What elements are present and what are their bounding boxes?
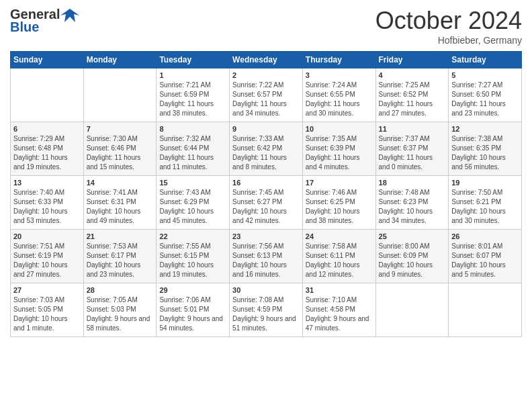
- logo: General Blue: [10, 7, 80, 35]
- day-number: 25: [379, 232, 446, 240]
- day-cell: 2Sunrise: 7:22 AM Sunset: 6:57 PM Daylig…: [230, 68, 303, 122]
- day-info: Sunrise: 7:58 AM Sunset: 6:11 PM Dayligh…: [306, 242, 373, 279]
- day-number: 13: [13, 179, 81, 187]
- day-cell: 28Sunrise: 7:05 AM Sunset: 5:03 PM Dayli…: [83, 283, 157, 337]
- day-info: Sunrise: 7:35 AM Sunset: 6:39 PM Dayligh…: [306, 134, 373, 172]
- day-number: 19: [451, 179, 519, 187]
- weekday-header-wednesday: Wednesday: [230, 52, 303, 68]
- day-cell: 19Sunrise: 7:50 AM Sunset: 6:21 PM Dayli…: [449, 176, 522, 230]
- day-number: 2: [232, 71, 300, 79]
- day-number: 16: [232, 179, 300, 187]
- day-cell: 10Sunrise: 7:35 AM Sunset: 6:39 PM Dayli…: [302, 122, 375, 176]
- day-number: 8: [159, 125, 226, 133]
- day-number: 30: [232, 286, 300, 294]
- week-row-2: 6Sunrise: 7:29 AM Sunset: 6:48 PM Daylig…: [11, 122, 522, 176]
- day-number: 9: [232, 125, 300, 133]
- day-cell: 29Sunrise: 7:06 AM Sunset: 5:01 PM Dayli…: [157, 283, 230, 337]
- day-info: Sunrise: 7:55 AM Sunset: 6:15 PM Dayligh…: [159, 242, 226, 279]
- weekday-header-thursday: Thursday: [302, 52, 375, 68]
- day-cell: 4Sunrise: 7:25 AM Sunset: 6:52 PM Daylig…: [375, 68, 449, 122]
- day-cell: 25Sunrise: 8:00 AM Sunset: 6:09 PM Dayli…: [375, 230, 449, 283]
- day-number: 5: [451, 71, 519, 79]
- day-info: Sunrise: 7:06 AM Sunset: 5:01 PM Dayligh…: [159, 295, 226, 333]
- day-cell: 22Sunrise: 7:55 AM Sunset: 6:15 PM Dayli…: [157, 230, 230, 283]
- day-number: 14: [87, 179, 154, 187]
- day-number: 22: [159, 232, 226, 240]
- day-cell: 26Sunrise: 8:01 AM Sunset: 6:07 PM Dayli…: [449, 230, 522, 283]
- day-cell: 20Sunrise: 7:51 AM Sunset: 6:19 PM Dayli…: [11, 230, 84, 283]
- day-number: 23: [232, 232, 300, 240]
- day-number: 31: [306, 286, 373, 294]
- logo-text: General Blue: [10, 7, 80, 35]
- day-cell: 9Sunrise: 7:33 AM Sunset: 6:42 PM Daylig…: [230, 122, 303, 176]
- day-info: Sunrise: 7:27 AM Sunset: 6:50 PM Dayligh…: [451, 81, 519, 118]
- day-info: Sunrise: 7:08 AM Sunset: 4:59 PM Dayligh…: [232, 295, 300, 333]
- day-info: Sunrise: 7:53 AM Sunset: 6:17 PM Dayligh…: [87, 242, 154, 279]
- day-cell: [375, 283, 449, 337]
- day-cell: 30Sunrise: 7:08 AM Sunset: 4:59 PM Dayli…: [230, 283, 303, 337]
- week-row-3: 13Sunrise: 7:40 AM Sunset: 6:33 PM Dayli…: [11, 176, 522, 230]
- day-cell: [449, 283, 522, 337]
- day-info: Sunrise: 7:10 AM Sunset: 4:58 PM Dayligh…: [306, 295, 373, 333]
- day-info: Sunrise: 7:25 AM Sunset: 6:52 PM Dayligh…: [379, 81, 446, 118]
- day-number: 12: [451, 125, 519, 133]
- day-number: 6: [13, 125, 81, 133]
- day-info: Sunrise: 8:01 AM Sunset: 6:07 PM Dayligh…: [451, 242, 519, 279]
- day-info: Sunrise: 7:46 AM Sunset: 6:25 PM Dayligh…: [306, 188, 373, 226]
- day-number: 29: [159, 286, 226, 294]
- day-number: 15: [159, 179, 226, 187]
- day-cell: 8Sunrise: 7:32 AM Sunset: 6:44 PM Daylig…: [157, 122, 230, 176]
- day-info: Sunrise: 7:24 AM Sunset: 6:55 PM Dayligh…: [306, 81, 373, 118]
- logo-bird-icon: [60, 7, 79, 22]
- day-number: 18: [379, 179, 446, 187]
- day-number: 10: [306, 125, 373, 133]
- day-cell: 21Sunrise: 7:53 AM Sunset: 6:17 PM Dayli…: [83, 230, 157, 283]
- day-number: 27: [13, 286, 81, 294]
- day-info: Sunrise: 7:50 AM Sunset: 6:21 PM Dayligh…: [451, 188, 519, 226]
- day-info: Sunrise: 7:51 AM Sunset: 6:19 PM Dayligh…: [13, 242, 81, 279]
- day-info: Sunrise: 7:05 AM Sunset: 5:03 PM Dayligh…: [87, 295, 154, 333]
- day-info: Sunrise: 7:56 AM Sunset: 6:13 PM Dayligh…: [232, 242, 300, 279]
- week-row-1: 1Sunrise: 7:21 AM Sunset: 6:59 PM Daylig…: [11, 68, 522, 122]
- location-subtitle: Hofbieber, Germany: [375, 35, 522, 46]
- day-number: 11: [379, 125, 446, 133]
- day-cell: 17Sunrise: 7:46 AM Sunset: 6:25 PM Dayli…: [302, 176, 375, 230]
- day-number: 26: [451, 232, 519, 240]
- day-cell: 6Sunrise: 7:29 AM Sunset: 6:48 PM Daylig…: [11, 122, 84, 176]
- weekday-header-monday: Monday: [83, 52, 157, 68]
- day-cell: 13Sunrise: 7:40 AM Sunset: 6:33 PM Dayli…: [11, 176, 84, 230]
- day-cell: 14Sunrise: 7:41 AM Sunset: 6:31 PM Dayli…: [83, 176, 157, 230]
- page-header: General Blue October 2024 Hofbieber, Ger…: [10, 7, 522, 46]
- week-row-4: 20Sunrise: 7:51 AM Sunset: 6:19 PM Dayli…: [11, 230, 522, 283]
- day-cell: [83, 68, 157, 122]
- day-info: Sunrise: 7:21 AM Sunset: 6:59 PM Dayligh…: [159, 81, 226, 118]
- day-number: 7: [87, 125, 154, 133]
- day-number: 4: [379, 71, 446, 79]
- day-cell: 1Sunrise: 7:21 AM Sunset: 6:59 PM Daylig…: [157, 68, 230, 122]
- day-number: 17: [306, 179, 373, 187]
- day-number: 24: [306, 232, 373, 240]
- day-info: Sunrise: 7:40 AM Sunset: 6:33 PM Dayligh…: [13, 188, 81, 226]
- day-number: 21: [87, 232, 154, 240]
- month-title: October 2024: [375, 7, 522, 35]
- day-info: Sunrise: 7:41 AM Sunset: 6:31 PM Dayligh…: [87, 188, 154, 226]
- day-info: Sunrise: 7:03 AM Sunset: 5:05 PM Dayligh…: [13, 295, 81, 333]
- day-info: Sunrise: 7:30 AM Sunset: 6:46 PM Dayligh…: [87, 134, 154, 172]
- day-cell: 27Sunrise: 7:03 AM Sunset: 5:05 PM Dayli…: [11, 283, 84, 337]
- weekday-header-saturday: Saturday: [449, 52, 522, 68]
- svg-marker-0: [60, 9, 79, 22]
- day-info: Sunrise: 7:29 AM Sunset: 6:48 PM Dayligh…: [13, 134, 81, 172]
- day-cell: [11, 68, 84, 122]
- day-cell: 24Sunrise: 7:58 AM Sunset: 6:11 PM Dayli…: [302, 230, 375, 283]
- day-number: 3: [306, 71, 373, 79]
- day-cell: 16Sunrise: 7:45 AM Sunset: 6:27 PM Dayli…: [230, 176, 303, 230]
- day-info: Sunrise: 7:33 AM Sunset: 6:42 PM Dayligh…: [232, 134, 300, 172]
- weekday-header-friday: Friday: [375, 52, 449, 68]
- day-number: 20: [13, 232, 81, 240]
- day-info: Sunrise: 7:48 AM Sunset: 6:23 PM Dayligh…: [379, 188, 446, 226]
- weekday-header-tuesday: Tuesday: [157, 52, 230, 68]
- day-cell: 3Sunrise: 7:24 AM Sunset: 6:55 PM Daylig…: [302, 68, 375, 122]
- day-cell: 18Sunrise: 7:48 AM Sunset: 6:23 PM Dayli…: [375, 176, 449, 230]
- day-cell: 23Sunrise: 7:56 AM Sunset: 6:13 PM Dayli…: [230, 230, 303, 283]
- day-info: Sunrise: 7:38 AM Sunset: 6:35 PM Dayligh…: [451, 134, 519, 172]
